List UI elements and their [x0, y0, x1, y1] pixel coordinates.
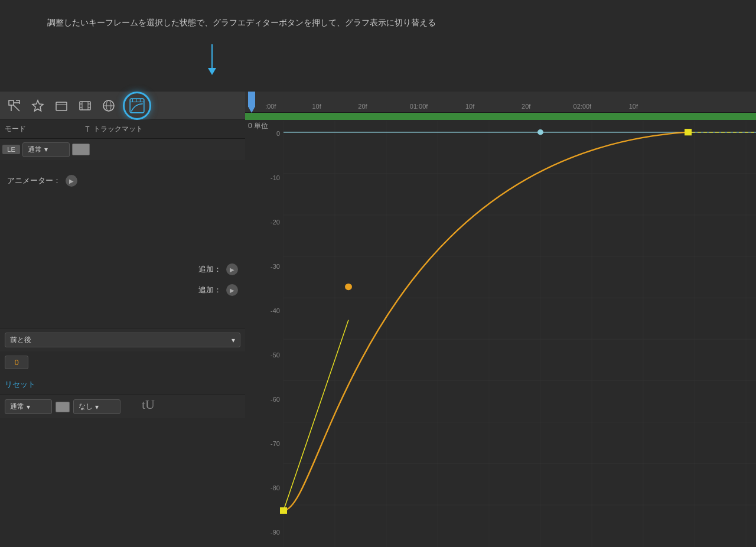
animator-play-button[interactable]: ▶ — [66, 175, 77, 187]
timeline-ruler: :00f 10f 20f 01:00f 10f 20f 02:00f 10f — [245, 92, 756, 113]
timeline-area: :00f 10f 20f 01:00f 10f 20f 02:00f 10f 0… — [245, 92, 756, 547]
bottom-option-label: なし — [79, 402, 93, 412]
svg-line-3 — [14, 105, 19, 111]
mode-chevron: ▾ — [44, 145, 48, 154]
layer-row: LE 通常 ▾ — [0, 139, 245, 160]
add-label-1: 追加： — [198, 264, 221, 275]
ruler-label-2: 20f — [358, 103, 367, 110]
globe-icon[interactable] — [99, 96, 118, 115]
tu-text: tU — [142, 397, 155, 412]
ruler-label-1: 10f — [312, 103, 321, 110]
mode-dropdown[interactable]: 通常 ▾ — [22, 142, 70, 157]
add-play-btn-1[interactable]: ▶ — [226, 263, 238, 275]
yellow-handle-line — [284, 320, 348, 511]
bottom-row: 通常 ▾ なし ▾ — [0, 395, 245, 418]
ruler-label-4: 10f — [465, 103, 474, 110]
add-row-1: 追加： ▶ — [0, 260, 245, 279]
toolbar — [0, 92, 245, 120]
svg-rect-5 — [56, 102, 67, 110]
instruction-text: 調整したいキーフレームを選択した状態で、グラフエディターボタンを押して、グラフ表… — [47, 18, 436, 28]
orange-curve — [284, 132, 688, 511]
selector-row: 前と後 ▾ — [0, 328, 245, 351]
graph-area: 0 単位 0 -10 -20 -30 -40 -50 -60 -70 -80 -… — [245, 121, 756, 547]
mode-label: 通常 — [28, 145, 42, 155]
selector-dropdown[interactable]: 前と後 ▾ — [5, 333, 240, 347]
col-mode-label: モード — [5, 124, 82, 134]
bottom-mode-dropdown[interactable]: 通常 ▾ — [5, 399, 52, 414]
playhead — [248, 92, 255, 113]
film-icon[interactable] — [76, 96, 94, 115]
selector-chevron: ▾ — [232, 336, 235, 344]
reset-button[interactable]: リセット — [5, 379, 35, 390]
col-track-label: トラックマット — [93, 124, 240, 134]
color-swatch — [72, 144, 90, 155]
ruler-label-3: 01:00f — [410, 103, 428, 110]
keyframe-start[interactable] — [280, 507, 287, 514]
star-icon[interactable] — [28, 96, 47, 115]
bottom-option-dropdown[interactable]: なし ▾ — [73, 399, 120, 414]
handle-cyan[interactable] — [537, 129, 543, 135]
animator-label: アニメーター： — [7, 175, 61, 186]
add-row-2: 追加： ▶ — [0, 281, 245, 299]
svg-marker-4 — [32, 100, 43, 111]
bottom-option-chevron: ▾ — [95, 403, 99, 411]
graph-editor-button[interactable] — [123, 92, 151, 120]
keyframe-mid-orange[interactable] — [345, 284, 352, 290]
graph-svg — [245, 121, 756, 547]
svg-rect-7 — [80, 102, 90, 110]
ruler-label-7: 10f — [629, 103, 638, 110]
add-play-btn-2[interactable]: ▶ — [226, 284, 238, 296]
keyframe-end[interactable] — [685, 129, 692, 135]
green-bar — [245, 113, 756, 120]
arrow-indicator — [208, 44, 216, 75]
ruler-label-0: :00f — [265, 103, 276, 110]
animator-row: アニメーター： ▶ — [0, 171, 245, 190]
bottom-mode-chevron: ▾ — [27, 403, 30, 411]
bottom-mode-label: 通常 — [10, 402, 24, 412]
bottom-swatch — [56, 402, 70, 412]
table-header: モード T トラックマット — [0, 120, 245, 139]
col-t-label: T — [82, 125, 93, 134]
svg-rect-0 — [9, 100, 14, 105]
value-input[interactable]: 0 — [5, 356, 28, 369]
add-label-2: 追加： — [198, 285, 221, 295]
value-row: 0 — [0, 351, 245, 373]
ruler-label-6: 02:00f — [573, 103, 592, 110]
reset-row: リセット — [0, 375, 245, 394]
ruler-label-5: 20f — [522, 103, 530, 110]
layer-badge: LE — [2, 145, 20, 154]
transform-icon[interactable] — [5, 96, 24, 115]
shape-icon[interactable] — [52, 96, 71, 115]
selector-option: 前と後 — [10, 335, 31, 345]
